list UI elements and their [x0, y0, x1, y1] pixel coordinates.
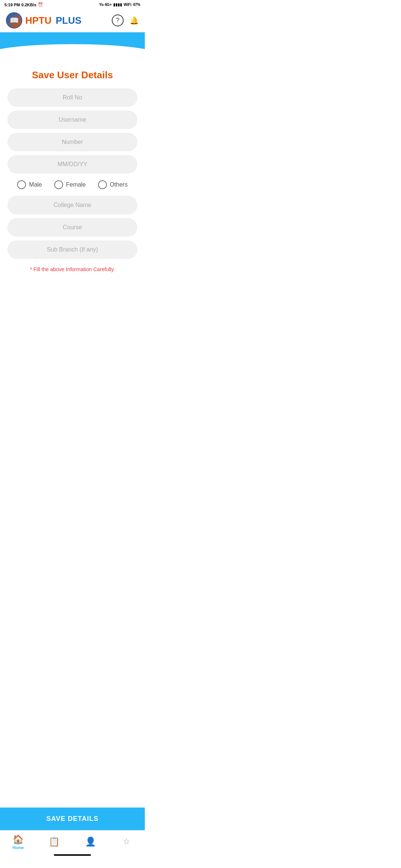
plus-text: PLUS	[56, 15, 81, 26]
gender-others-option[interactable]: Others	[98, 180, 128, 189]
notes-icon: 📋	[49, 836, 60, 847]
sub-branch-input[interactable]	[7, 240, 137, 259]
status-bar: 5:19 PM 0.2KB/s ⏰ Yo 4G+ ▮▮▮▮ WiFi 47%	[0, 0, 145, 9]
header-icons: ? 🔔	[112, 14, 139, 26]
gender-male-label: Male	[29, 181, 42, 188]
radio-others[interactable]	[98, 180, 107, 189]
nav-favorites[interactable]: ☆	[115, 837, 138, 847]
logo-book-icon: 📖	[10, 16, 19, 25]
nav-notes[interactable]: 📋	[43, 836, 65, 848]
star-icon: ☆	[123, 837, 130, 846]
logo-circle: 📖	[6, 12, 22, 29]
nav-home[interactable]: 🏠 Home	[7, 834, 29, 850]
network-icon: Yo 4G+	[99, 3, 112, 7]
home-icon: 🏠	[13, 834, 24, 845]
logo-area: 📖 HPTU PLUS	[6, 12, 81, 29]
alarm-icon: ⏰	[38, 2, 43, 7]
save-details-label: SAVE DETAILS	[46, 815, 98, 822]
status-left: 5:19 PM 0.2KB/s ⏰	[4, 2, 43, 7]
status-right: Yo 4G+ ▮▮▮▮ WiFi 47%	[99, 3, 140, 7]
course-input[interactable]	[7, 218, 137, 237]
wave-header	[0, 32, 145, 62]
nav-home-label: Home	[12, 845, 24, 850]
logo-text: HPTU PLUS	[25, 15, 81, 26]
form-container: Male Female Others * Fill the above Info…	[0, 85, 145, 280]
date-input[interactable]	[7, 155, 137, 174]
username-input[interactable]	[7, 111, 137, 129]
wifi-icon: WiFi	[124, 3, 131, 7]
app-header: 📖 HPTU PLUS ? 🔔	[0, 9, 145, 32]
radio-female[interactable]	[54, 180, 63, 189]
gender-female-option[interactable]: Female	[54, 180, 86, 189]
warning-text: * Fill the above Information Carefully.	[7, 263, 137, 276]
gender-others-label: Others	[110, 181, 128, 188]
radio-male-inner	[19, 183, 24, 187]
home-underline-indicator	[54, 854, 91, 856]
notification-bell-icon[interactable]: 🔔	[130, 16, 139, 25]
gender-male-option[interactable]: Male	[17, 180, 42, 189]
roll-no-input[interactable]	[7, 88, 137, 107]
save-details-button[interactable]: SAVE DETAILS	[0, 808, 145, 830]
radio-female-inner	[56, 183, 61, 187]
number-input[interactable]	[7, 133, 137, 151]
gender-female-label: Female	[66, 181, 86, 188]
speed: 0.2KB/s	[22, 3, 36, 7]
time: 5:19 PM	[4, 3, 20, 7]
gender-group: Male Female Others	[7, 177, 137, 192]
battery: 47%	[133, 3, 140, 7]
bottom-nav: 🏠 Home 📋 👤 ☆	[0, 830, 145, 852]
radio-male[interactable]	[17, 180, 26, 189]
page-title: Save User Details	[0, 62, 145, 85]
profile-icon: 👤	[85, 836, 96, 847]
hptu-text: HPTU	[25, 15, 52, 26]
question-icon: ?	[116, 17, 120, 24]
content-area: Save User Details Male Female	[0, 62, 145, 856]
college-name-input[interactable]	[7, 196, 137, 214]
signal-icon: ▮▮▮▮	[113, 3, 122, 7]
radio-others-inner	[100, 183, 105, 187]
help-button[interactable]: ?	[112, 14, 124, 26]
nav-profile[interactable]: 👤	[79, 836, 102, 848]
